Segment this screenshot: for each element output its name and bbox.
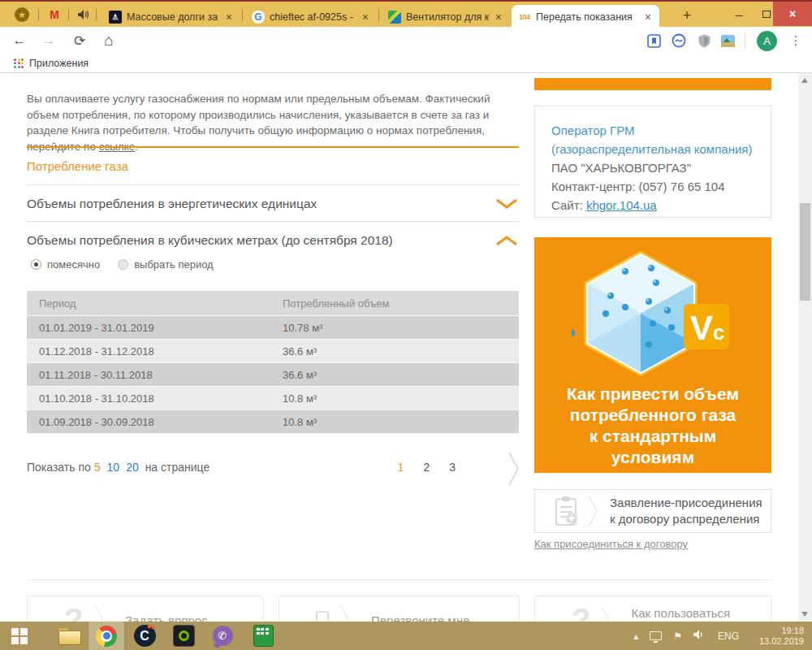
google-favicon: G [252, 11, 265, 24]
table-row: 01.12.2018 - 31.12.2018 36.6 м³ [27, 339, 519, 362]
col-header-volume: Потребленный объем [283, 297, 389, 310]
table-header-row: Период Потребленный объем [27, 291, 519, 315]
scrollbar-thumb[interactable] [800, 203, 810, 301]
taskbar-viber[interactable]: ✆ [203, 622, 242, 650]
extension-shield-icon[interactable] [696, 32, 712, 49]
page-1[interactable]: 1 [398, 461, 404, 474]
tab-separator [242, 9, 243, 21]
volume-icon[interactable] [693, 630, 704, 642]
calculator-icon [253, 625, 274, 647]
ccleaner-icon: C [134, 625, 156, 647]
tab-active-104[interactable]: 104 Передать показания × [512, 5, 659, 28]
browser-menu-icon[interactable]: ⋮ [786, 30, 806, 51]
104-favicon: 104 [518, 11, 531, 24]
pinned-tab-speaker-icon[interactable] [76, 7, 91, 22]
tab-separator [68, 9, 69, 21]
back-button[interactable]: ← [8, 29, 31, 52]
taskbar-calculator[interactable] [242, 622, 284, 650]
network-icon[interactable] [650, 631, 662, 640]
page-scrollbar[interactable] [798, 73, 812, 622]
folder-icon [58, 628, 80, 644]
start-button[interactable] [0, 622, 39, 650]
page-size-10[interactable]: 10 [107, 461, 120, 474]
chevron-right-icon [587, 494, 598, 528]
page-size-20[interactable]: 20 [126, 461, 139, 474]
taskbar-ccleaner[interactable]: C [125, 622, 164, 650]
browser-toolbar: ← → ⟳ ⌂ https://104.ua/ru/cabinet/subscr… [0, 27, 812, 54]
reload-button[interactable]: ⟳ [68, 29, 91, 52]
tray-date: 13.02.2019 [747, 636, 804, 647]
page-3[interactable]: 3 [449, 461, 456, 474]
language-indicator[interactable]: ENG [718, 630, 739, 642]
restore-icon [762, 11, 771, 18]
radio-monthly-label[interactable]: помесячно [47, 258, 100, 271]
nvidia-icon [173, 625, 195, 647]
taskbar-nvidia[interactable] [164, 622, 203, 650]
tab-ventilator[interactable]: Вентилятор для кор × [382, 5, 510, 28]
accordion-energy-units[interactable]: Объемы потребления в энергетических един… [27, 192, 519, 216]
orange-divider [27, 146, 519, 148]
orange-button-cutoff[interactable] [534, 78, 771, 90]
table-row: 01.10.2018 - 31.10.2018 10.8 м³ [27, 386, 519, 410]
action-center-flag-icon[interactable]: ⚑ [673, 630, 682, 642]
page-size-5[interactable]: 5 [94, 461, 101, 474]
tab-close-icon[interactable]: × [361, 11, 370, 24]
divider [27, 184, 519, 185]
page-2[interactable]: 2 [423, 461, 430, 474]
tab-close-icon[interactable]: × [643, 11, 653, 24]
tray-chevron-icon[interactable]: ▴ [633, 630, 638, 642]
extension-wave-icon[interactable] [671, 32, 687, 49]
window-close-button[interactable]: × [773, 2, 812, 26]
table-row: 01.09.2018 - 30.09.2018 10.8 м³ [27, 410, 519, 433]
pinned-tab-star-icon[interactable]: ★ [15, 7, 29, 22]
divider [27, 221, 519, 222]
section-title: Потребление газа [27, 159, 519, 173]
apps-grid-icon[interactable] [14, 58, 24, 68]
bookmarks-bar: Приложения [0, 54, 812, 73]
clock[interactable]: 19:18 13.02.2019 [747, 626, 804, 647]
radio-select-period-label[interactable]: выбрать период [134, 258, 214, 271]
radio-select-period[interactable] [118, 259, 128, 270]
tab-close-icon[interactable]: × [224, 11, 234, 24]
join-contract-link[interactable]: Как присоединиться к договору [534, 538, 771, 550]
operator-site-link[interactable]: khgor.104.ua [586, 198, 657, 212]
application-join-box[interactable]: Заявление-присоединения к договору распр… [534, 489, 771, 533]
home-button[interactable]: ⌂ [97, 29, 120, 52]
vc-banner[interactable]: V c Как привести объем потребленного газ… [534, 237, 771, 473]
operator-site: Сайт: khgor.104.ua [551, 196, 754, 214]
period-filter: помесячно выбрать период [31, 258, 523, 271]
forward-button[interactable]: → [37, 29, 60, 52]
system-tray: ▴ ⚑ ENG 19:18 13.02.2019 [628, 626, 812, 647]
operator-company: ПАО "ХАРЬКОВГОРГАЗ" [551, 158, 754, 177]
application-join-label: Заявление-присоединения к договору распр… [610, 495, 762, 527]
banner-text: Как привести объем потребленного газа к … [534, 384, 771, 468]
windows-logo-icon [11, 628, 28, 644]
profile-avatar[interactable]: A [757, 31, 777, 51]
tab-separator [96, 9, 97, 21]
extension-bookmark-icon[interactable] [646, 32, 662, 49]
scroll-down-icon[interactable] [801, 612, 808, 617]
tab-massovye-dolgi[interactable]: Массовые долги за × [102, 5, 240, 28]
scroll-up-icon[interactable] [801, 78, 808, 83]
pagination: Показать по51020 на странице 1 2 3 [27, 461, 519, 477]
tab-close-icon[interactable]: × [494, 11, 503, 24]
radio-monthly[interactable] [31, 259, 41, 270]
extension-photo-icon[interactable] [719, 32, 736, 49]
consumption-table: Период Потребленный объем 01.01.2019 - 3… [27, 291, 519, 433]
next-page-icon[interactable] [508, 451, 520, 489]
pinned-tab-gmail-icon[interactable]: M [47, 7, 62, 22]
chrome-icon [96, 626, 117, 647]
operator-title: Оператор ГРМ [551, 121, 754, 140]
taskbar-chrome-active[interactable] [88, 622, 125, 650]
window-minimize-button[interactable]: – [725, 2, 753, 26]
tab-favicon [109, 11, 122, 24]
new-tab-button[interactable]: + [676, 6, 698, 25]
accordion-cubic-meters[interactable]: Объемы потребления в кубических метрах (… [27, 228, 519, 253]
tab-chieftec[interactable]: G chieftec af-0925s - По × [245, 5, 377, 28]
tab-separator [38, 9, 39, 21]
bookmarks-apps-label[interactable]: Приложения [29, 58, 89, 69]
col-header-period: Период [27, 297, 283, 310]
ice-cube-icon: V c [572, 249, 734, 379]
taskbar-file-explorer[interactable] [50, 622, 88, 650]
svg-text:V: V [690, 309, 713, 347]
